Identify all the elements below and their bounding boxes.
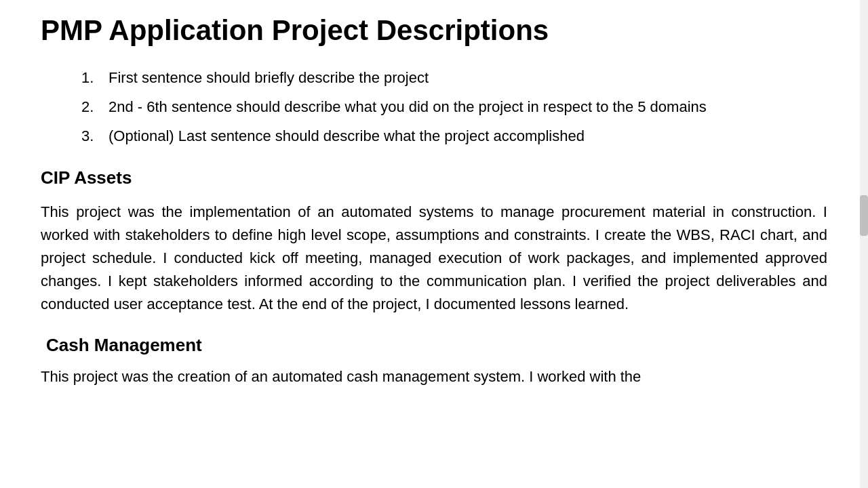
list-text-2: 2nd - 6th sentence should describe what … [108,97,707,118]
list-text-3: (Optional) Last sentence should describe… [108,126,585,147]
cash-section: Cash Management This project was the cre… [41,335,827,388]
list-item: 3. (Optional) Last sentence should descr… [81,126,827,147]
cip-body: This project was the implementation of a… [41,201,827,316]
list-item: 2. 2nd - 6th sentence should describe wh… [81,97,827,118]
scrollbar-thumb[interactable] [860,195,868,236]
list-number-1: 1. [81,68,108,89]
page-container: PMP Application Project Descriptions 1. … [0,0,868,488]
list-text-1: First sentence should briefly describe t… [108,68,429,89]
list-item: 1. First sentence should briefly describ… [81,68,827,89]
instruction-list: 1. First sentence should briefly describ… [81,68,827,146]
list-number-2: 2. [81,97,108,118]
cip-section: CIP Assets This project was the implemen… [41,167,827,316]
cash-heading: Cash Management [41,335,827,356]
scrollbar-track[interactable] [860,0,868,488]
page-title: PMP Application Project Descriptions [41,14,827,47]
cip-heading: CIP Assets [41,167,827,188]
cash-body: This project was the creation of an auto… [41,365,827,388]
list-number-3: 3. [81,126,108,147]
